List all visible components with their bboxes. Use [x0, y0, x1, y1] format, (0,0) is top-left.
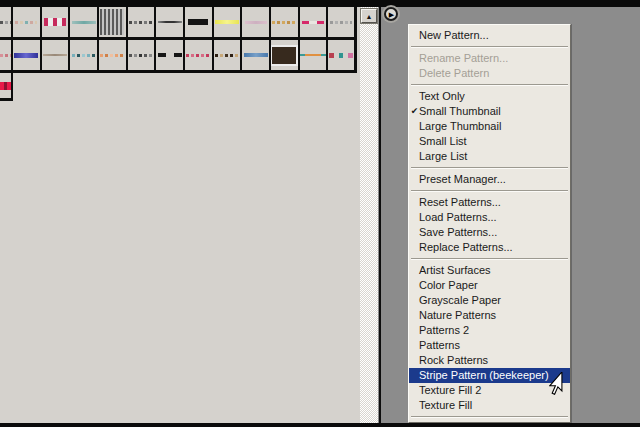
menu-separator: [411, 167, 568, 169]
flyout-menu-button[interactable]: ▶: [384, 7, 398, 21]
menu-item-replace-patterns[interactable]: Replace Patterns...: [409, 240, 570, 255]
menu-item-label: Artist Surfaces: [419, 264, 491, 276]
pattern-swatch-cell[interactable]: [13, 40, 42, 73]
pattern-stripe-thumbnail: [329, 53, 353, 58]
menu-item-large-thumbnail[interactable]: Large Thumbnail: [409, 119, 570, 134]
menu-item-color-paper[interactable]: Color Paper: [409, 278, 570, 293]
menu-item-label: Patterns: [419, 339, 460, 351]
menu-item-large-list[interactable]: Large List: [409, 149, 570, 164]
menu-item-stripe-pattern-beekeeper[interactable]: Stripe Pattern (beekeeper): [409, 368, 570, 383]
menu-item-label: Nature Patterns: [419, 309, 496, 321]
pattern-swatch-cell[interactable]: [271, 7, 300, 40]
menu-item-delete-pattern: Delete Pattern: [409, 66, 570, 81]
pattern-swatch-cell[interactable]: [0, 40, 13, 73]
menu-item-label: Texture Fill 2: [419, 384, 481, 396]
menu-item-small-list[interactable]: Small List: [409, 134, 570, 149]
pattern-swatch-cell[interactable]: [242, 40, 271, 73]
menu-separator: [411, 416, 568, 418]
pattern-stripe-thumbnail: [0, 54, 11, 57]
mouse-cursor-icon: [549, 372, 564, 395]
menu-item-label: Replace Patterns...: [419, 241, 513, 253]
pattern-stripe-thumbnail: [215, 20, 239, 24]
pattern-swatch-cell[interactable]: [42, 40, 71, 73]
pattern-stripe-thumbnail: [43, 54, 67, 56]
pattern-preset-panel: ▲: [0, 7, 378, 423]
menu-item-patterns[interactable]: Patterns: [409, 338, 570, 353]
pattern-swatch-cell[interactable]: [128, 40, 157, 73]
menu-item-rock-patterns[interactable]: Rock Patterns: [409, 353, 570, 368]
up-arrow-icon: ▲: [366, 13, 373, 20]
menu-separator: [411, 84, 568, 86]
pattern-stripe-thumbnail: [302, 21, 324, 24]
pattern-swatch-cell[interactable]: [156, 7, 185, 40]
pattern-swatch-cell[interactable]: [185, 40, 214, 73]
pattern-stripe-thumbnail: [129, 21, 153, 24]
pattern-stripe-thumbnail: [158, 21, 182, 23]
pattern-swatch-cell[interactable]: [128, 7, 157, 40]
pattern-stripe-thumbnail: [188, 19, 208, 25]
pattern-stripe-thumbnail: [272, 47, 296, 64]
menu-item-label: Delete Pattern: [419, 67, 489, 79]
menu-item-label: Stripe Pattern (beekeeper): [419, 369, 549, 381]
pattern-swatch-cell[interactable]: [0, 73, 13, 101]
pattern-swatch-cell[interactable]: [328, 40, 357, 73]
pattern-swatch-cell[interactable]: [70, 40, 99, 73]
menu-item-label: Grayscale Paper: [419, 294, 501, 306]
menu-item-texture-fill[interactable]: Texture Fill: [409, 398, 570, 413]
menu-item-label: Rename Pattern...: [419, 52, 508, 64]
menu-item-reset-patterns[interactable]: Reset Patterns...: [409, 195, 570, 210]
pattern-stripe-thumbnail: [129, 54, 153, 57]
pattern-swatch-cell[interactable]: [242, 7, 271, 40]
menu-item-label: Rock Patterns: [419, 354, 488, 366]
menu-item-label: Load Patterns...: [419, 211, 497, 223]
flyout-menu: New Pattern...Rename Pattern...Delete Pa…: [408, 24, 571, 423]
menu-item-preset-manager[interactable]: Preset Manager...: [409, 172, 570, 187]
pattern-swatch-cell[interactable]: [328, 7, 357, 40]
pattern-stripe-thumbnail: [100, 54, 124, 57]
menu-item-grayscale-paper[interactable]: Grayscale Paper: [409, 293, 570, 308]
menu-item-load-patterns[interactable]: Load Patterns...: [409, 210, 570, 225]
pattern-swatch-cell[interactable]: [300, 40, 329, 73]
scrollbar-up-button[interactable]: ▲: [361, 9, 377, 23]
menu-item-patterns-2[interactable]: Patterns 2: [409, 323, 570, 338]
pattern-swatch-cell[interactable]: [185, 7, 214, 40]
pattern-swatch-cell[interactable]: [99, 7, 128, 40]
pattern-swatch-cell[interactable]: [70, 7, 99, 40]
pattern-stripe-thumbnail: [330, 21, 352, 24]
menu-item-save-patterns[interactable]: Save Patterns...: [409, 225, 570, 240]
pattern-stripe-thumbnail: [272, 21, 296, 24]
photoshop-pattern-picker: ▲ ▶ New Pattern...Rename Pattern...Delet…: [0, 0, 640, 427]
pattern-grid-row: [0, 73, 357, 101]
pattern-stripe-thumbnail: [14, 53, 38, 58]
menu-item-label: Color Paper: [419, 279, 478, 291]
menu-item-small-thumbnail[interactable]: ✔Small Thumbnail: [409, 104, 570, 119]
pattern-stripe-thumbnail: [244, 53, 268, 57]
pattern-swatch-cell[interactable]: [271, 40, 300, 73]
pattern-swatch-cell[interactable]: [300, 7, 329, 40]
clipped-pattern-row-top: [0, 0, 640, 7]
pattern-stripe-thumbnail: [158, 53, 182, 57]
menu-item-text-only[interactable]: Text Only: [409, 89, 570, 104]
pattern-swatch-cell[interactable]: [0, 7, 13, 40]
pattern-stripe-thumbnail: [72, 54, 96, 57]
pattern-swatch-cell[interactable]: [214, 7, 243, 40]
pattern-stripe-thumbnail: [44, 18, 66, 26]
menu-item-label: New Pattern...: [419, 29, 489, 41]
menu-item-label: Texture Fill: [419, 399, 472, 411]
menu-item-label: Save Patterns...: [419, 226, 497, 238]
right-arrow-icon: ▶: [389, 11, 394, 18]
menu-separator: [411, 190, 568, 192]
pattern-swatch-cell[interactable]: [13, 7, 42, 40]
pattern-swatch-cell[interactable]: [156, 40, 185, 73]
menu-item-new-pattern[interactable]: New Pattern...: [409, 28, 570, 43]
menu-separator: [411, 258, 568, 260]
menu-item-texture-fill-2[interactable]: Texture Fill 2: [409, 383, 570, 398]
menu-item-artist-surfaces[interactable]: Artist Surfaces: [409, 263, 570, 278]
checkmark-icon: ✔: [410, 104, 419, 119]
scrollbar-track[interactable]: [360, 7, 378, 423]
menu-item-label: Small Thumbnail: [419, 105, 501, 117]
menu-item-nature-patterns[interactable]: Nature Patterns: [409, 308, 570, 323]
pattern-swatch-cell[interactable]: [99, 40, 128, 73]
pattern-swatch-cell[interactable]: [42, 7, 71, 40]
pattern-swatch-cell[interactable]: [214, 40, 243, 73]
